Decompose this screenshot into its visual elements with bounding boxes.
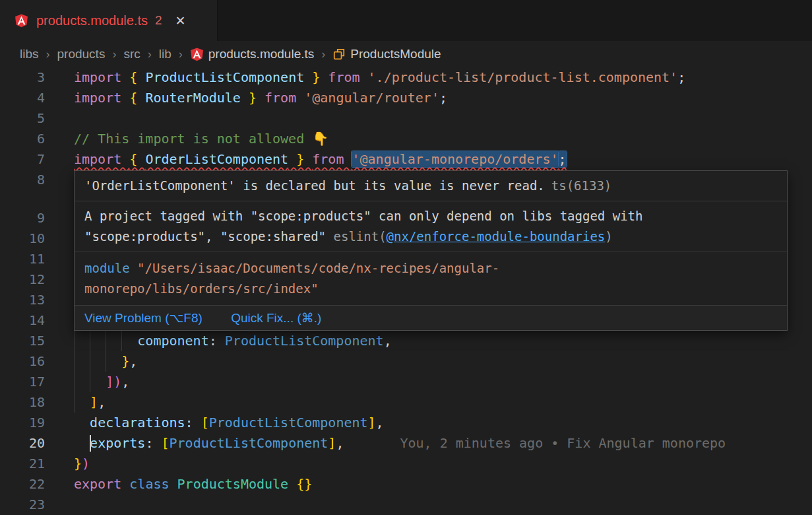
indent-guide [106, 331, 106, 351]
code-token: [ [201, 415, 209, 430]
code-token: export [74, 476, 129, 492]
line-number-7: 7 [0, 149, 45, 170]
close-icon[interactable]: ✕ [175, 13, 186, 28]
breadcrumb-separator: › [148, 48, 152, 61]
code-token: , [121, 374, 129, 390]
line-number-14: 14 [0, 310, 45, 331]
module-info-row: module "/Users/isaac/Documents/code/nx-r… [75, 252, 787, 305]
line-number-4: 4 [0, 88, 45, 108]
code-token: exports [90, 435, 145, 451]
class-symbol-icon [332, 48, 346, 61]
breadcrumb-item-products-module-ts[interactable]: products.module.ts [190, 47, 315, 61]
code-token: [ [161, 435, 169, 451]
line-5-content [74, 108, 812, 129]
angular-icon [190, 47, 204, 61]
code-token: ProductListComponent [170, 435, 328, 451]
breadcrumb-separator: › [179, 48, 183, 61]
code-line-15[interactable]: 15 component: ProductListComponent, [0, 331, 812, 351]
code-line-20[interactable]: 20 exports: [ProductListComponent],You, … [0, 433, 812, 454]
line-number-22: 22 [0, 474, 45, 495]
line-number-3: 3 [0, 67, 45, 88]
code-token: ] [90, 394, 98, 410]
line-number-11: 11 [0, 249, 45, 269]
line-number-23: 23 [0, 495, 45, 515]
line-21-content: }) [74, 454, 812, 474]
code-token: import [74, 69, 129, 85]
code-token: } [121, 353, 129, 369]
breadcrumb-item-lib[interactable]: lib [159, 47, 172, 61]
tab-products-module[interactable]: products.module.ts 2 ✕ [0, 0, 218, 41]
code-line-6[interactable]: 6// This import is not allowed 👇 [0, 129, 812, 149]
line-number-15: 15 [0, 331, 45, 351]
quick-fix-link[interactable]: Quick Fix... (⌘.) [231, 311, 321, 325]
line-23-content [74, 495, 812, 515]
code-token: , [376, 415, 384, 430]
indent-guide [90, 351, 90, 372]
code-token: RouterModule [145, 90, 241, 106]
code-line-22[interactable]: 22export class ProductsModule {} [0, 474, 812, 495]
indent-guide [106, 351, 106, 372]
code-token: ProductListComponent [209, 415, 368, 430]
code-token: ; [677, 69, 685, 85]
breadcrumb-item-src[interactable]: src [123, 47, 140, 61]
code-token: : [185, 415, 201, 430]
text-cursor [90, 435, 91, 452]
code-token: } [288, 151, 312, 167]
module-keyword: module [84, 261, 130, 275]
line-number-18: 18 [0, 392, 45, 413]
code-line-4[interactable]: 4import { RouterModule } from '@angular/… [0, 88, 812, 108]
line-4-content: import { RouterModule } from '@angular/r… [74, 88, 812, 108]
module-path-line1: "/Users/isaac/Documents/code/nx-recipes/… [137, 261, 499, 275]
module-path-line2: monorepo/libs/orders/src/index" [84, 281, 319, 296]
ts-diagnostic-code: ts(6133) [551, 178, 612, 193]
code-token: , [336, 435, 344, 451]
indent-guide [74, 392, 75, 413]
code-line-5[interactable]: 5 [0, 108, 812, 129]
code-token: from [328, 69, 367, 85]
view-problem-link[interactable]: View Problem (⌥F8) [84, 311, 203, 325]
code-line-17[interactable]: 17 ]), [0, 372, 812, 392]
angular-icon [15, 13, 29, 28]
code-line-16[interactable]: 16 }, [0, 351, 812, 372]
code-line-21[interactable]: 21}) [0, 454, 812, 474]
breadcrumb-item-products[interactable]: products [57, 47, 106, 61]
code-token: OrderListComponent [145, 151, 288, 167]
indent-guide [74, 372, 75, 392]
indent-guide [121, 331, 122, 351]
code-token [74, 415, 90, 430]
code-token: './product-list/product-list.component' [368, 69, 678, 85]
breadcrumb-item-libs[interactable]: libs [20, 47, 39, 61]
ts-diagnostic-message: 'OrderListComponent' is declared but its… [84, 178, 545, 193]
code-token: , [98, 394, 106, 410]
code-token: ] [328, 435, 336, 451]
eslint-source-open: eslint( [334, 229, 387, 244]
line-number-16: 16 [0, 351, 45, 372]
eslint-rule-link[interactable]: @nx/enforce-module-boundaries [387, 229, 606, 244]
eslint-source-close: ) [605, 229, 612, 244]
line-number-10: 10 [0, 228, 45, 249]
code-token: ]) [106, 374, 121, 390]
code-token: class [129, 476, 177, 492]
line-22-content: export class ProductsModule {} [74, 474, 812, 495]
code-token: ProductsModule [177, 476, 297, 492]
line-number-8: 8 [0, 170, 45, 190]
line-16-content: }, [74, 351, 812, 372]
line-6-content: // This import is not allowed 👇 [74, 129, 812, 149]
vscode-window: products.module.ts 2 ✕ libs›products›src… [0, 0, 812, 515]
breadcrumb-item-productsmodule[interactable]: ProductsModule [332, 47, 441, 61]
code-line-19[interactable]: 19 declarations: [ProductListComponent], [0, 413, 812, 433]
breadcrumb-separator: › [46, 48, 50, 61]
code-line-23[interactable]: 23 [0, 495, 812, 515]
code-token: { [129, 151, 145, 167]
line-number-12: 12 [0, 269, 45, 290]
line-18-content: ], [74, 392, 812, 413]
code-line-3[interactable]: 3import { ProductListComponent } from '.… [0, 67, 812, 88]
line-number-9: 9 [0, 208, 45, 228]
breadcrumb: libs›products›src›lib›products.module.ts… [0, 41, 812, 67]
code-line-18[interactable]: 18 ], [0, 392, 812, 413]
hover-actions-row: View Problem (⌥F8) Quick Fix... (⌘.) [75, 305, 787, 330]
code-token: } [304, 69, 328, 85]
code-line-7[interactable]: 7import { OrderListComponent } from '@an… [0, 149, 812, 170]
code-token: component [137, 333, 208, 349]
code-token: : [145, 435, 161, 451]
